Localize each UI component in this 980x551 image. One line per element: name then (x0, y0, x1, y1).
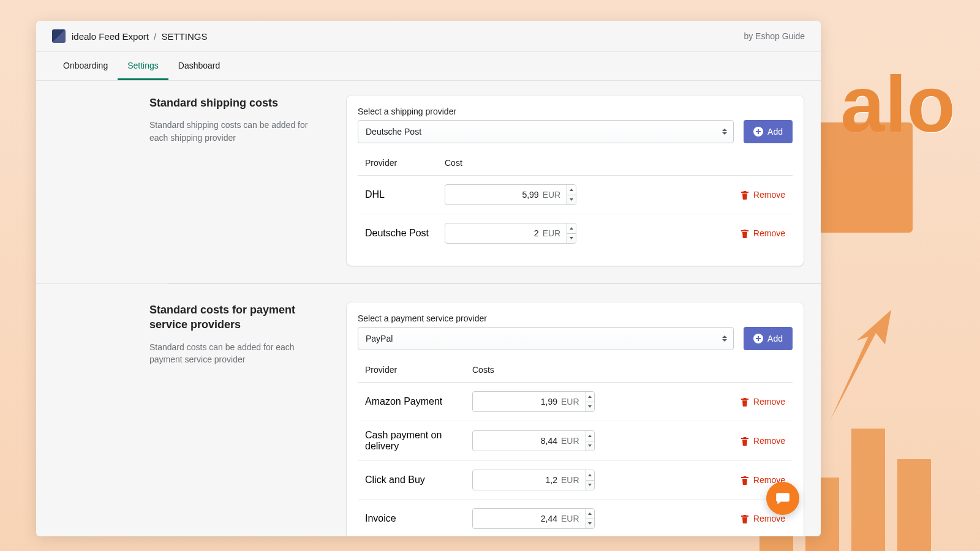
app-logo-icon (52, 29, 66, 43)
shipping-remove-button[interactable]: Remove (741, 190, 785, 200)
payment-row: Invoice EUR (358, 500, 793, 536)
currency-suffix: EUR (561, 392, 586, 411)
breadcrumb-page: SETTINGS (161, 31, 207, 42)
shipping-add-label: Add (767, 127, 783, 137)
tabs: Onboarding Settings Dashboard (36, 52, 821, 81)
background-arrow-shape (815, 306, 907, 429)
remove-label: Remove (753, 397, 785, 407)
trash-icon (741, 476, 749, 485)
payment-row-provider: Amazon Payment (365, 396, 472, 407)
stepper-up-icon[interactable] (586, 470, 594, 480)
tab-onboarding[interactable]: Onboarding (53, 52, 118, 80)
shipping-section-description: Standard shipping costs can be added for… (149, 119, 327, 144)
trash-icon (741, 229, 749, 238)
shipping-cost-field[interactable] (445, 185, 543, 204)
tab-dashboard[interactable]: Dashboard (168, 52, 230, 80)
payment-add-label: Add (767, 334, 783, 343)
app-header: idealo Feed Export / SETTINGS by Eshop G… (36, 21, 821, 52)
tab-settings[interactable]: Settings (118, 52, 168, 80)
payment-select-label: Select a payment service provider (358, 313, 793, 323)
currency-suffix: EUR (543, 185, 567, 204)
payment-row-provider: Invoice (365, 513, 472, 524)
shipping-remove-button[interactable]: Remove (741, 228, 785, 238)
shipping-provider-selected: Deutsche Post (366, 127, 421, 137)
shipping-select-label: Select a shipping provider (358, 107, 793, 116)
payment-row-provider: Cash payment on delivery (365, 430, 472, 452)
payment-remove-button[interactable]: Remove (741, 397, 785, 407)
payment-cost-input[interactable]: EUR (472, 470, 595, 490)
payment-row: Click and Buy EUR (358, 461, 793, 500)
content-area: Standard shipping costs Standard shippin… (36, 81, 821, 536)
payment-section-title: Standard costs for payment service provi… (149, 302, 327, 332)
stepper-down-icon[interactable] (567, 195, 576, 205)
currency-suffix: EUR (561, 509, 586, 528)
payment-table: Provider Costs Amazon Payment EUR (358, 359, 793, 536)
payment-cost-field[interactable] (473, 509, 561, 528)
remove-label: Remove (753, 514, 785, 523)
stepper-down-icon[interactable] (567, 233, 576, 244)
payment-remove-button[interactable]: Remove (741, 436, 785, 446)
stepper-down-icon[interactable] (586, 402, 594, 412)
shipping-card: Select a shipping provider Deutsche Post… (347, 96, 804, 266)
shipping-cost-input[interactable]: EUR (445, 223, 576, 244)
trash-icon (741, 514, 749, 523)
remove-label: Remove (753, 190, 785, 200)
trash-icon (741, 437, 749, 446)
currency-suffix: EUR (561, 431, 586, 451)
shipping-col-provider: Provider (365, 158, 445, 168)
plus-circle-icon (753, 334, 763, 343)
shipping-add-button[interactable]: Add (744, 120, 793, 143)
shipping-row-provider: Deutsche Post (365, 228, 445, 239)
breadcrumb: idealo Feed Export / SETTINGS (72, 31, 207, 42)
select-caret-icon (722, 129, 727, 135)
payment-row-provider: Click and Buy (365, 474, 472, 485)
stepper-up-icon[interactable] (567, 223, 576, 233)
shipping-section-title: Standard shipping costs (149, 96, 327, 110)
shipping-table: Provider Cost DHL EUR (358, 152, 793, 252)
stepper-up-icon[interactable] (586, 509, 594, 519)
payment-section-description: Standard costs can be added for each pay… (149, 341, 327, 366)
shipping-col-cost: Cost (445, 158, 785, 168)
payment-cost-field[interactable] (473, 431, 561, 451)
shipping-row: Deutsche Post EUR (358, 214, 793, 252)
payment-row: Cash payment on delivery EUR (358, 421, 793, 461)
stepper-up-icon[interactable] (586, 431, 594, 441)
trash-icon (741, 190, 749, 200)
breadcrumb-separator: / (154, 31, 156, 42)
background-brand-text: alo (840, 58, 956, 150)
currency-suffix: EUR (543, 223, 567, 243)
payment-provider-select[interactable]: PayPal (358, 327, 734, 350)
trash-icon (741, 397, 749, 407)
shipping-cost-input[interactable]: EUR (445, 184, 576, 205)
chat-bubble-icon (775, 490, 791, 506)
stepper-down-icon[interactable] (586, 480, 594, 490)
stepper-down-icon[interactable] (586, 519, 594, 529)
shipping-provider-select[interactable]: Deutsche Post (358, 120, 734, 143)
stepper-down-icon[interactable] (586, 441, 594, 451)
shipping-row: DHL EUR (358, 176, 793, 214)
payment-provider-selected: PayPal (366, 334, 393, 343)
payment-col-provider: Provider (365, 365, 472, 375)
payment-cost-input[interactable]: EUR (472, 508, 595, 529)
section-shipping: Standard shipping costs Standard shippin… (36, 81, 821, 266)
shipping-cost-field[interactable] (445, 223, 543, 243)
header-byline: by Eshop Guide (744, 31, 805, 41)
plus-circle-icon (753, 127, 763, 137)
payment-cost-field[interactable] (473, 470, 561, 490)
payment-row: Amazon Payment EUR (358, 383, 793, 421)
payment-card: Select a payment service provider PayPal… (347, 302, 804, 536)
payment-cost-input[interactable]: EUR (472, 430, 595, 451)
stepper-up-icon[interactable] (586, 392, 594, 402)
breadcrumb-app[interactable]: idealo Feed Export (72, 31, 149, 42)
stepper-up-icon[interactable] (567, 185, 576, 195)
shipping-row-provider: DHL (365, 189, 445, 200)
remove-label: Remove (753, 228, 785, 238)
help-chat-button[interactable] (766, 482, 799, 515)
select-caret-icon (722, 335, 727, 342)
currency-suffix: EUR (561, 470, 586, 490)
section-payment: Standard costs for payment service provi… (36, 283, 821, 536)
payment-remove-button[interactable]: Remove (741, 514, 785, 523)
payment-cost-input[interactable]: EUR (472, 391, 595, 412)
payment-cost-field[interactable] (473, 392, 561, 411)
payment-add-button[interactable]: Add (744, 327, 793, 350)
